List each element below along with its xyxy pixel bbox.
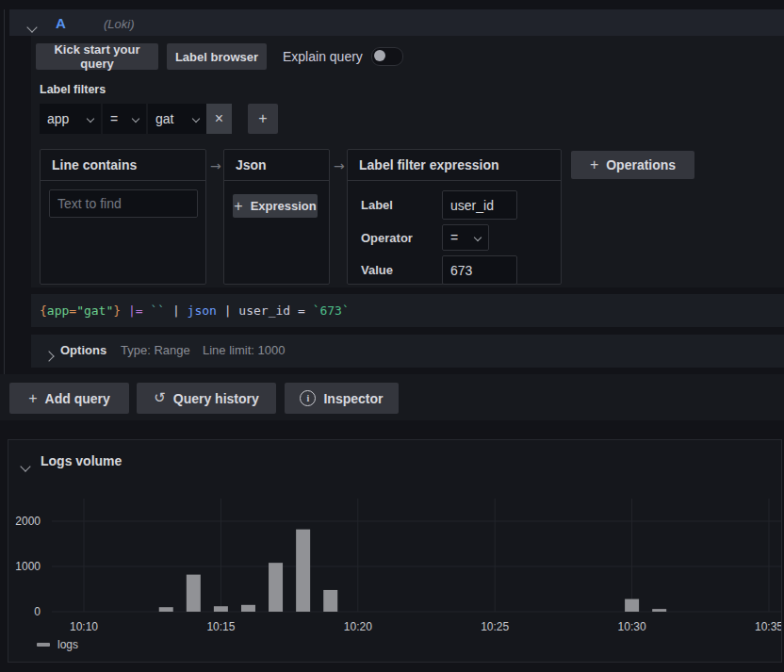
value-field-input[interactable]	[442, 255, 517, 285]
plus-icon: +	[258, 111, 267, 126]
svg-text:10:20: 10:20	[344, 620, 372, 633]
operation-json: Json +Expression	[223, 149, 330, 285]
query-row-indent-guide	[4, 9, 5, 375]
operation-header[interactable]: Label filter expression	[348, 150, 561, 181]
legend-series-label: logs	[57, 638, 78, 651]
svg-text:10:25: 10:25	[481, 620, 509, 633]
svg-text:10:30: 10:30	[618, 620, 646, 633]
explain-query-label: Explain query	[283, 49, 363, 64]
pipeline-arrow-icon: →	[334, 158, 345, 173]
operation-header[interactable]: Line contains	[41, 150, 205, 181]
query-history-button[interactable]: ↺Query history	[137, 383, 276, 414]
pipeline-arrow-icon: →	[210, 158, 221, 173]
legend-item-logs[interactable]: logs	[37, 638, 78, 651]
explain-query-toggle[interactable]	[371, 47, 403, 66]
operation-title: Line contains	[52, 157, 137, 172]
chevron-down-icon	[87, 115, 94, 123]
query-editor-body: Kick start your query Label browser Expl…	[31, 36, 784, 287]
add-expression-button[interactable]: +Expression	[233, 194, 318, 218]
chevron-down-icon	[192, 115, 200, 123]
logs-volume-chart: 01000200010:1010:1510:2010:2510:3010:35	[8, 440, 781, 662]
query-actions-row: +Add query ↺Query history iInspector	[0, 374, 784, 420]
svg-text:0: 0	[34, 605, 41, 618]
svg-text:10:10: 10:10	[70, 620, 98, 633]
label-filter-label-value: app	[47, 111, 69, 126]
label-field-input[interactable]	[442, 190, 517, 220]
history-icon: ↺	[154, 391, 166, 405]
operation-header[interactable]: Json	[224, 150, 329, 181]
operator-select[interactable]: =	[442, 224, 489, 251]
options-type-text: Type: Range	[121, 343, 190, 357]
options-line-limit-text: Line limit: 1000	[203, 343, 285, 357]
query-preview-text: {app="gat"} |= `` | json | user_id = `67…	[40, 303, 350, 318]
label-filter-operator-select[interactable]: =	[103, 104, 146, 134]
field-label: Label	[361, 198, 393, 212]
collapse-query-chevron-icon[interactable]	[28, 18, 36, 35]
plus-icon: +	[234, 199, 242, 214]
remove-label-filter-button[interactable]: ×	[206, 104, 232, 134]
logs-volume-panel: Logs volume 01000200010:1010:1510:2010:2…	[8, 439, 782, 663]
options-label: Options	[60, 343, 106, 357]
options-row[interactable]: Options Type: Range Line limit: 1000	[31, 335, 784, 368]
legend-series-swatch	[37, 643, 50, 647]
chevron-down-icon	[474, 234, 482, 241]
label-filter-value-select[interactable]: gat	[148, 104, 206, 134]
svg-text:10:15: 10:15	[206, 620, 235, 633]
operation-line-contains: Line contains	[40, 149, 206, 285]
query-row-header: A (Loki)	[9, 9, 784, 36]
operator-value: =	[450, 230, 458, 245]
add-label-filter-button[interactable]: +	[248, 104, 278, 134]
line-contains-text-input[interactable]	[49, 189, 198, 218]
label-filter-label-select[interactable]: app	[40, 104, 101, 134]
label-filter-operator-value: =	[110, 111, 118, 126]
operation-label-filter-expression: Label filter expression Label Operator =…	[347, 149, 562, 285]
query-ref-id: A	[56, 15, 66, 31]
explore-page: A (Loki) Kick start your query Label bro…	[0, 0, 784, 672]
label-filters-heading: Label filters	[40, 83, 106, 96]
info-icon: i	[300, 390, 316, 406]
inspector-button[interactable]: iInspector	[285, 383, 399, 414]
operations-button[interactable]: +Operations	[571, 151, 694, 179]
toggle-knob	[374, 50, 385, 61]
close-icon: ×	[215, 111, 223, 126]
plus-icon: +	[590, 157, 598, 172]
kick-start-query-button[interactable]: Kick start your query	[36, 43, 158, 70]
field-label: Value	[361, 263, 393, 277]
label-filter-value-value: gat	[155, 111, 173, 126]
datasource-name: (Loki)	[104, 17, 135, 31]
label-browser-button[interactable]: Label browser	[167, 43, 267, 70]
add-query-button[interactable]: +Add query	[9, 383, 129, 414]
plus-icon: +	[28, 391, 37, 406]
operation-title: Json	[236, 157, 267, 172]
svg-text:10:35: 10:35	[755, 620, 781, 633]
field-label: Operator	[361, 231, 413, 245]
chevron-down-icon	[132, 115, 139, 123]
svg-text:1000: 1000	[15, 560, 41, 573]
operation-title: Label filter expression	[359, 157, 499, 172]
expand-options-chevron-icon[interactable]	[45, 347, 53, 364]
query-preview[interactable]: {app="gat"} |= `` | json | user_id = `67…	[31, 294, 784, 327]
svg-text:2000: 2000	[15, 515, 41, 528]
